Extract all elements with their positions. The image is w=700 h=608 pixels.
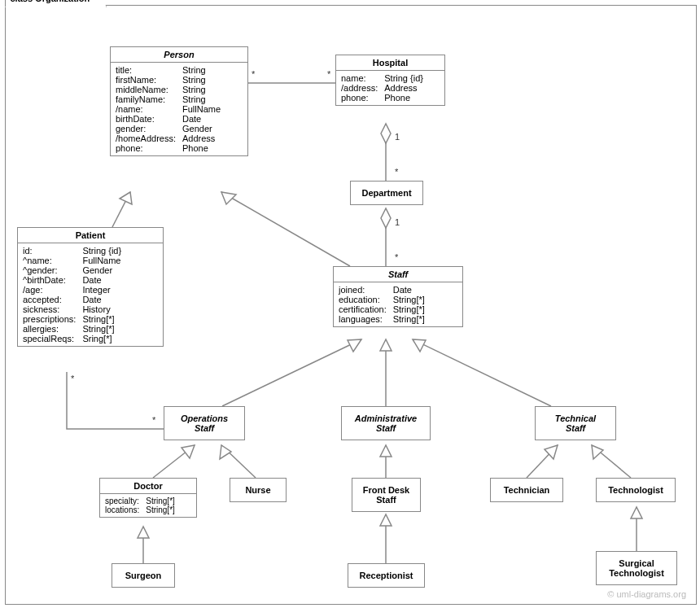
mult-dept-staff-top: 1 [395,217,400,227]
class-receptionist: Receptionist [348,563,425,588]
class-technician: Technician [490,478,563,502]
class-title-receptionist: Receptionist [348,564,424,587]
svg-marker-2 [381,124,391,143]
mult-person-hospital-left: * [252,69,255,79]
class-title-staff: Staff [334,267,462,282]
class-title-nurse: Nurse [230,479,286,501]
mult-patient-ops-right: * [152,415,155,425]
package-frame: class Organization [5,5,697,605]
svg-marker-6 [120,192,132,204]
class-title-administrative-staff: Administrative Staff [342,407,430,440]
class-attrs-hospital: name: /address: phone: String {id} Addre… [336,71,444,105]
class-doctor: Doctor specialty: locations: String[*] S… [99,478,197,518]
svg-marker-18 [220,445,231,459]
class-title-hospital: Hospital [336,55,444,71]
class-front-desk-staff: Front Desk Staff [352,478,421,512]
svg-marker-16 [182,445,195,458]
svg-marker-8 [221,192,236,204]
svg-line-21 [527,445,558,478]
class-title-operations-staff: Operations Staff [164,407,244,440]
svg-marker-12 [380,339,392,351]
class-hospital: Hospital name: /address: phone: String {… [335,55,445,106]
svg-marker-28 [380,514,392,526]
svg-marker-20 [380,445,392,457]
class-title-department: Department [351,182,422,204]
class-title-technician: Technician [491,479,562,501]
svg-marker-22 [545,445,558,459]
class-title-technical-staff: Technical Staff [536,407,615,440]
svg-marker-24 [592,445,603,459]
class-staff: Staff joined: education: certification: … [333,266,463,327]
class-patient: Patient id: ^name: ^gender: ^birthDate: … [17,227,164,347]
svg-line-5 [112,192,130,227]
class-attrs-person: title: firstName: middleName: familyName… [111,63,247,155]
class-administrative-staff: Administrative Staff [341,406,431,440]
svg-marker-4 [381,208,391,228]
svg-marker-10 [348,339,361,352]
class-attrs-patient: id: ^name: ^gender: ^birthDate: /age: ac… [18,243,163,346]
class-person: Person title: firstName: middleName: fam… [110,46,248,156]
svg-marker-26 [138,527,149,538]
class-operations-staff: Operations Staff [164,406,245,440]
mult-person-hospital-right: * [327,69,330,79]
class-nurse: Nurse [230,478,287,502]
svg-line-23 [592,445,631,478]
class-technologist: Technologist [596,478,676,502]
class-title-person: Person [111,47,247,63]
class-technical-staff: Technical Staff [535,406,616,440]
package-title: class Organization [5,0,107,7]
class-title-surgeon: Surgeon [112,564,174,587]
svg-line-17 [221,445,256,478]
class-title-doctor: Doctor [100,479,196,494]
svg-line-15 [153,445,195,478]
svg-line-9 [222,339,361,406]
class-title-front-desk-staff: Front Desk Staff [352,479,420,511]
class-attrs-staff: joined: education: certification: langua… [334,282,462,326]
svg-marker-30 [631,507,642,518]
svg-marker-14 [413,339,426,352]
class-title-technologist: Technologist [597,479,675,501]
mult-hospital-dept-bottom: * [395,167,398,177]
watermark: © uml-diagrams.org [607,589,686,599]
mult-patient-ops-left: * [71,374,74,383]
svg-line-7 [221,192,350,266]
class-surgical-technologist: Surgical Technologist [596,551,677,585]
class-attrs-doctor: specialty: locations: String[*] String[*… [100,494,196,517]
class-title-surgical-technologist: Surgical Technologist [597,552,676,584]
class-department: Department [350,181,423,205]
class-title-patient: Patient [18,228,163,243]
svg-line-13 [413,339,551,406]
mult-hospital-dept-top: 1 [395,132,400,142]
class-surgeon: Surgeon [112,563,175,588]
mult-dept-staff-bottom: * [395,252,398,262]
